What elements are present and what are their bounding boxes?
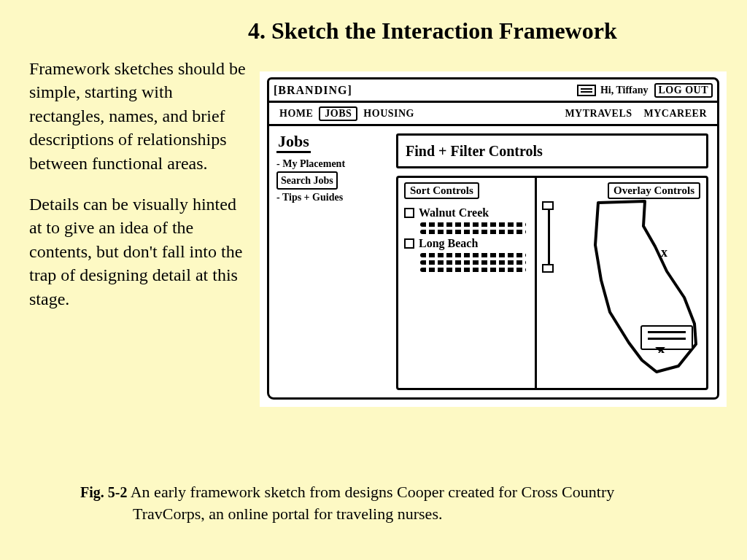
sort-controls-head[interactable]: Sort Controls bbox=[404, 182, 479, 199]
result-label: Walnut Creek bbox=[419, 206, 489, 219]
sort-panel: Sort Controls Walnut Creek Long Beach bbox=[398, 178, 537, 388]
sketch-window: [BRANDING] Hi, Tiffany Log Out Home Jobs… bbox=[267, 77, 719, 400]
figure-caption: Fig. 5-2 An early framework sketch from … bbox=[80, 481, 703, 524]
result-walnut-creek[interactable]: Walnut Creek bbox=[404, 206, 529, 219]
map-zoom-slider[interactable] bbox=[541, 204, 557, 270]
content-panels: Sort Controls Walnut Creek Long Beach bbox=[396, 176, 708, 390]
sketch-nav: Home Jobs Housing MyTravels MyCareer bbox=[269, 103, 717, 126]
sidebar-item-search[interactable]: Search Jobs bbox=[276, 171, 338, 190]
placeholder-line bbox=[420, 268, 526, 272]
figure: [BRANDING] Hi, Tiffany Log Out Home Jobs… bbox=[260, 71, 727, 407]
sidebar-item-placement[interactable]: - My Placement bbox=[276, 156, 389, 171]
placeholder-line bbox=[420, 222, 526, 227]
overlay-controls-head[interactable]: Overlay Controls bbox=[608, 182, 700, 199]
nav-career[interactable]: MyCareer bbox=[638, 108, 713, 120]
nav-home[interactable]: Home bbox=[274, 108, 319, 120]
nav-jobs[interactable]: Jobs bbox=[319, 106, 357, 121]
slider-handle-icon[interactable] bbox=[542, 201, 554, 210]
sketch-titlebar: [BRANDING] Hi, Tiffany Log Out bbox=[269, 79, 717, 103]
slider-handle-icon[interactable] bbox=[542, 264, 554, 273]
map-callout bbox=[640, 325, 693, 350]
titlebar-icon bbox=[577, 85, 596, 96]
sketch-sidebar: Jobs - My Placement Search Jobs - Tips +… bbox=[269, 126, 393, 397]
greeting-text: Hi, Tiffany bbox=[600, 85, 649, 96]
sidebar-list: - My Placement Search Jobs - Tips + Guid… bbox=[276, 156, 389, 205]
caption-text-1: An early framework sketch from designs C… bbox=[127, 483, 614, 501]
map-panel: Overlay Controls x x bbox=[537, 178, 706, 388]
find-filter-bar[interactable]: Find + Filter Controls bbox=[396, 133, 708, 168]
caption-text-2: TravCorps, an online portal for travelin… bbox=[80, 503, 703, 525]
placeholder-line bbox=[420, 260, 526, 265]
sketch-body: Jobs - My Placement Search Jobs - Tips +… bbox=[269, 126, 717, 397]
nav-housing[interactable]: Housing bbox=[357, 108, 420, 120]
placeholder-line bbox=[420, 253, 526, 257]
result-label: Long Beach bbox=[419, 237, 478, 250]
body-text: Framework sketches should be simple, sta… bbox=[29, 57, 248, 328]
svg-text:x: x bbox=[661, 245, 667, 260]
checkbox-icon[interactable] bbox=[404, 238, 414, 249]
slide-title: 4. Sketch the Interaction Framework bbox=[248, 18, 729, 44]
find-filter-label: Find + Filter Controls bbox=[406, 143, 543, 160]
paragraph-2: Details can be visually hinted at to giv… bbox=[29, 192, 248, 311]
result-long-beach[interactable]: Long Beach bbox=[404, 237, 529, 250]
sidebar-item-tips[interactable]: - Tips + Guides bbox=[276, 190, 389, 205]
placeholder-line bbox=[420, 230, 526, 234]
paragraph-1: Framework sketches should be simple, sta… bbox=[29, 57, 248, 175]
checkbox-icon[interactable] bbox=[404, 208, 414, 218]
branding-label: [BRANDING] bbox=[274, 84, 352, 97]
logout-button[interactable]: Log Out bbox=[654, 83, 713, 98]
caption-label: Fig. 5-2 bbox=[80, 484, 127, 500]
sidebar-heading: Jobs bbox=[276, 132, 311, 153]
nav-travels[interactable]: MyTravels bbox=[559, 108, 638, 120]
